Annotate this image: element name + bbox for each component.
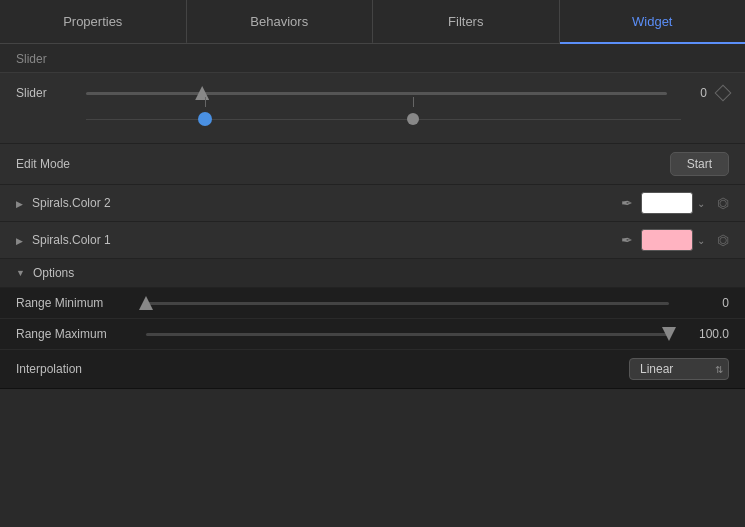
range-max-label: Range Maximum [16, 327, 136, 341]
color-swatch-pink[interactable] [641, 229, 693, 251]
slider-track-container[interactable] [86, 83, 667, 103]
tab-filters[interactable]: Filters [373, 0, 560, 44]
keyframe-icon-2[interactable]: ⏣ [717, 232, 729, 248]
chevron-down-icon-1[interactable]: ⌄ [697, 198, 705, 209]
triangle-right-icon-2: ▶ [16, 236, 24, 244]
slider-diamond-icon[interactable] [715, 85, 732, 102]
interpolation-label: Interpolation [16, 362, 619, 376]
range-section: Range Minimum 0 Range Maximum 100.0 Inte… [0, 288, 745, 389]
range-min-track[interactable] [146, 302, 669, 305]
slider-label: Slider [16, 86, 76, 100]
range-min-value: 0 [679, 296, 729, 310]
range-min-row: Range Minimum 0 [0, 288, 745, 319]
eyedropper-icon-2[interactable]: ✒ [621, 232, 633, 248]
color-row-label-2: Spirals.Color 2 [32, 196, 613, 210]
interpolation-row: Interpolation Linear Ease In Ease Out Ea… [0, 350, 745, 388]
slider-section: Slider 0 [0, 73, 745, 144]
tab-bar: Properties Behaviors Filters Widget [0, 0, 745, 44]
tab-widget[interactable]: Widget [560, 0, 746, 44]
range-min-label: Range Minimum [16, 296, 136, 310]
chevron-down-icon-2[interactable]: ⌄ [697, 235, 705, 246]
slider-dots-row [16, 109, 729, 129]
eyedropper-icon-1[interactable]: ✒ [621, 195, 633, 211]
main-content: Slider Slider 0 [0, 44, 745, 389]
edit-mode-label: Edit Mode [16, 157, 670, 171]
dots-line [86, 119, 681, 120]
color-row-2: ▶ Spirals.Color 2 ✒ ⌄ ⏣ [0, 185, 745, 222]
color-swatch-container-2: ⌄ [641, 229, 705, 251]
section-header-slider: Slider [0, 44, 745, 73]
interpolation-select-wrapper: Linear Ease In Ease Out Ease In/Out [629, 358, 729, 380]
color-row-label-1: Spirals.Color 1 [32, 233, 613, 247]
slider-thumb[interactable] [195, 86, 209, 100]
range-max-row: Range Maximum 100.0 [0, 319, 745, 350]
range-min-track-bar [146, 302, 669, 305]
tab-properties[interactable]: Properties [0, 0, 187, 44]
edit-mode-row: Edit Mode Start [0, 144, 745, 185]
dot-gray[interactable] [407, 113, 419, 125]
options-header[interactable]: ▼ Options [0, 259, 745, 288]
slider-value: 0 [677, 86, 707, 100]
start-button[interactable]: Start [670, 152, 729, 176]
color-swatch-container-1: ⌄ [641, 192, 705, 214]
slider-dots-track [86, 109, 681, 129]
range-max-track-bar [146, 333, 669, 336]
triangle-right-icon-1: ▶ [16, 199, 24, 207]
slider-track [86, 92, 667, 95]
keyframe-icon-1[interactable]: ⏣ [717, 195, 729, 211]
triangle-down-icon: ▼ [16, 268, 25, 278]
dot-blue[interactable] [198, 112, 212, 126]
options-label: Options [33, 266, 74, 280]
range-max-track[interactable] [146, 333, 669, 336]
range-max-value: 100.0 [679, 327, 729, 341]
tick-gray [413, 97, 414, 107]
interpolation-select[interactable]: Linear Ease In Ease Out Ease In/Out [629, 358, 729, 380]
color-swatch-white[interactable] [641, 192, 693, 214]
tick-blue [205, 97, 206, 107]
slider-row: Slider 0 [16, 83, 729, 103]
tab-behaviors[interactable]: Behaviors [187, 0, 374, 44]
color-row-1: ▶ Spirals.Color 1 ✒ ⌄ ⏣ [0, 222, 745, 259]
